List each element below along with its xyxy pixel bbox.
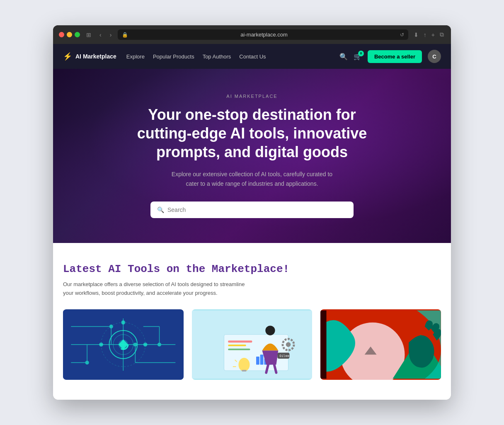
nav-right: 🔍 🛒 0 Become a seller C <box>339 50 441 63</box>
abstract-illustration <box>320 309 441 380</box>
user-avatar[interactable]: C <box>428 50 441 63</box>
browser-chrome: ⊞ ‹ › 🔒 ai-marketplace.com ↺ ⬇ ↑ + ⧉ <box>53 25 451 44</box>
svg-rect-26 <box>228 340 252 342</box>
svg-rect-28 <box>228 348 250 350</box>
nav-links: Explore Popular Products Top Authors Con… <box>126 53 266 60</box>
svg-rect-34 <box>256 357 259 364</box>
search-button[interactable]: 🔍 <box>339 53 348 61</box>
svg-rect-30 <box>242 370 247 372</box>
svg-rect-25 <box>224 334 288 370</box>
product-card-1[interactable] <box>63 309 184 380</box>
search-icon: 🔍 <box>157 206 164 213</box>
forward-button[interactable]: › <box>108 31 114 39</box>
nav-item-explore[interactable]: Explore <box>126 53 145 60</box>
product-card-3[interactable] <box>320 309 441 380</box>
svg-point-44 <box>286 342 291 347</box>
security-icon: 🔒 <box>122 32 128 38</box>
become-seller-button[interactable]: Become a seller <box>368 50 422 63</box>
browser-window: ⊞ ‹ › 🔒 ai-marketplace.com ↺ ⬇ ↑ + ⧉ ⚡ A… <box>53 25 451 399</box>
share-icon[interactable]: ↑ <box>422 30 428 39</box>
website-content: ⚡ AI Marketplace Explore Popular Product… <box>53 44 451 399</box>
svg-point-22 <box>99 342 103 347</box>
svg-point-13 <box>85 361 89 364</box>
section-title: Latest AI Tools on the Marketplace! <box>63 263 441 275</box>
address-bar[interactable]: ai-marketplace.com <box>131 32 396 38</box>
back-button[interactable]: ‹ <box>97 31 104 39</box>
new-tab-icon[interactable]: + <box>430 30 436 39</box>
cart-button[interactable]: 🛒 0 <box>354 53 362 61</box>
minimize-button[interactable] <box>67 32 72 37</box>
person-illustration: Oil⊕⊕ <box>192 309 313 380</box>
search-bar: 🔍 <box>150 202 354 218</box>
traffic-lights <box>59 32 80 37</box>
circuit-illustration <box>63 309 184 380</box>
reload-icon[interactable]: ↺ <box>400 32 404 38</box>
svg-rect-47 <box>320 310 327 379</box>
nav-item-popular-products[interactable]: Popular Products <box>153 53 194 60</box>
windows-icon[interactable]: ⧉ <box>439 30 445 39</box>
maximize-button[interactable] <box>75 32 80 37</box>
svg-point-38 <box>265 325 275 335</box>
navbar: ⚡ AI Marketplace Explore Popular Product… <box>53 44 451 69</box>
cart-badge: 0 <box>358 51 364 56</box>
svg-point-12 <box>134 343 137 346</box>
nav-item-top-authors[interactable]: Top Authors <box>203 53 231 60</box>
tab-grid-button[interactable]: ⊞ <box>84 31 93 39</box>
logo-text: AI Marketplace <box>75 53 116 60</box>
svg-point-14 <box>158 343 161 346</box>
products-grid: Oil⊕⊕ <box>63 309 441 380</box>
hero-section: AI MARKETPLACE Your one-stop destination… <box>53 69 451 243</box>
hero-eyebrow: AI MARKETPLACE <box>63 94 441 99</box>
hero-title: Your one-stop destination for cutting-ed… <box>136 105 368 161</box>
logo[interactable]: ⚡ AI Marketplace <box>63 52 116 61</box>
close-button[interactable] <box>59 32 64 37</box>
browser-actions: ⬇ ↑ + ⧉ <box>412 30 445 39</box>
logo-icon: ⚡ <box>63 52 72 61</box>
svg-point-21 <box>143 342 148 347</box>
section-description: Our marketplace offers a diverse selecti… <box>63 280 245 298</box>
product-card-2[interactable]: Oil⊕⊕ <box>192 309 313 380</box>
svg-rect-35 <box>260 355 263 364</box>
hero-subtitle: Explore our extensive collection of AI t… <box>165 170 339 188</box>
search-input[interactable] <box>167 206 347 213</box>
svg-point-11 <box>109 325 113 328</box>
address-bar-container: 🔒 ai-marketplace.com ↺ <box>118 29 408 40</box>
nav-item-contact[interactable]: Contact Us <box>239 53 266 60</box>
svg-point-20 <box>121 321 125 325</box>
latest-section: Latest AI Tools on the Marketplace! Our … <box>53 243 451 400</box>
svg-text:Oil⊕⊕: Oil⊕⊕ <box>279 354 289 358</box>
nav-left: ⚡ AI Marketplace Explore Popular Product… <box>63 52 266 61</box>
svg-rect-27 <box>228 345 246 346</box>
download-icon[interactable]: ⬇ <box>412 30 420 39</box>
